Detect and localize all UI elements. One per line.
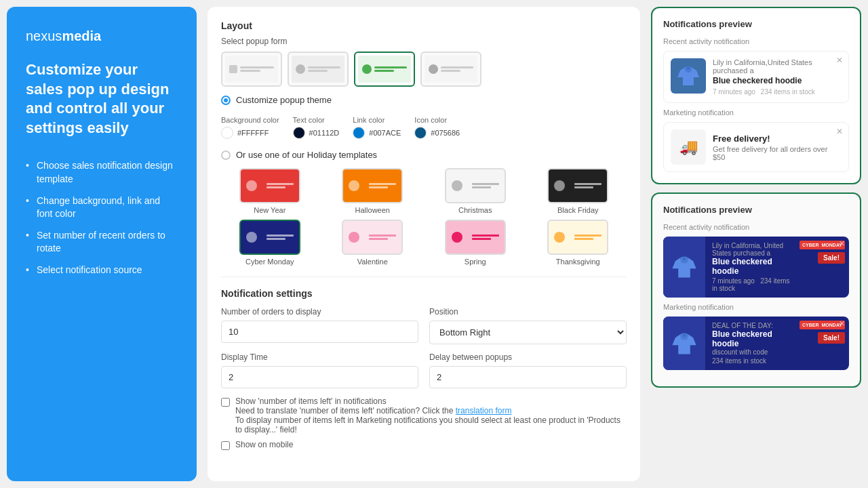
delay-input[interactable]: [429, 366, 627, 388]
preview1-recent-content: Lily in California,United States purchas…: [713, 58, 842, 96]
template-new-year[interactable]: New Year: [221, 168, 319, 214]
template-thanksgiving-label: Thanksgiving: [556, 258, 600, 266]
logo: nexusmedia: [26, 28, 178, 44]
template-valentine[interactable]: Valentine: [324, 220, 422, 266]
logo-bold: media: [62, 28, 101, 43]
template-christmas[interactable]: Christmas: [427, 168, 524, 214]
preview1-close-icon[interactable]: ✕: [836, 56, 843, 65]
link-color-swatch[interactable]: [353, 127, 365, 139]
preview2-marketing-content: DEAL OF THE DAY: Blue checkered hoodie d…: [705, 317, 800, 370]
text-color-value: #01112D: [309, 129, 340, 137]
delay-label: Delay between popups: [429, 352, 627, 362]
popup-form-1[interactable]: [221, 52, 282, 87]
template-cyber-monday-label: Cyber Monday: [245, 258, 294, 266]
popup-form-4[interactable]: [420, 52, 481, 87]
preview1-purchase-text: Lily in California,United States purchas…: [713, 58, 842, 75]
features-list: Choose sales notification design templat…: [26, 159, 178, 277]
notif-settings-title: Notification settings: [221, 288, 627, 299]
text-color-swatch[interactable]: [293, 127, 305, 139]
preview2-time: 7 minutes ago: [712, 277, 755, 285]
link-color-value: #007ACE: [369, 129, 401, 137]
position-select[interactable]: Bottom Right Bottom Left Top Right Top L…: [429, 321, 627, 344]
customize-theme-label: Customize popup theme: [236, 95, 332, 105]
right-panel: Notifications preview Recent activity no…: [651, 7, 861, 481]
items-left-label: Show 'number of items left' in notificat…: [235, 396, 387, 406]
discount-text: discount with code: [712, 348, 793, 356]
preview2-close-icon[interactable]: ✕: [839, 239, 845, 248]
position-label: Position: [429, 307, 627, 317]
preview-box-1: Notifications preview Recent activity no…: [651, 7, 861, 184]
delivery-truck-icon: 🚚: [671, 129, 706, 165]
holiday-radio[interactable]: [221, 150, 231, 160]
template-black-friday-label: Black Friday: [557, 206, 599, 214]
preview1-marketing-label: Marketing notification: [663, 108, 849, 117]
orders-position-row: Number of orders to display Position Bot…: [221, 307, 627, 344]
bg-color-swatch[interactable]: [221, 127, 233, 139]
text-color: Text color #01112D: [293, 116, 340, 139]
template-spring[interactable]: Spring: [427, 220, 524, 266]
feature-item: Choose sales notification design templat…: [26, 159, 178, 186]
popup-form-2[interactable]: [288, 52, 349, 87]
svg-point-0: [687, 67, 690, 70]
popup-forms: [221, 52, 627, 87]
display-time-label: Display Time: [221, 352, 418, 362]
feature-item: Change background, link and font color: [26, 195, 178, 221]
marketing-close-icon[interactable]: ✕: [839, 319, 845, 328]
delay-group: Delay between popups: [429, 352, 627, 388]
position-group: Position Bottom Right Bottom Left Top Ri…: [429, 307, 627, 344]
translation-form-link[interactable]: translation form: [456, 406, 512, 415]
preview1-recent-card: Lily in California,United States purchas…: [663, 51, 849, 103]
link-color: Link color #007ACE: [353, 116, 401, 139]
preview2-recent-content: Lily in California, United States purcha…: [705, 237, 800, 298]
template-thanksgiving[interactable]: Thanksgiving: [530, 220, 627, 266]
preview1-delivery-card: 🚚 Free delivery! Get free delivery for a…: [663, 122, 849, 172]
preview2-product-name: Blue checkered hoodie: [712, 257, 793, 276]
show-mobile-checkbox[interactable]: [221, 441, 230, 450]
svg-point-2: [683, 333, 686, 336]
preview1-time: 7 minutes ago: [713, 88, 755, 96]
sale-badge: Sale!: [818, 252, 845, 264]
icon-color-label: Icon color: [414, 116, 460, 124]
deal-label: DEAL OF THE DAY:: [712, 322, 793, 329]
customize-theme-option[interactable]: Customize popup theme: [221, 95, 627, 105]
display-time-input[interactable]: [221, 366, 418, 388]
template-halloween[interactable]: Halloween: [324, 168, 422, 214]
icon-color-swatch[interactable]: [414, 127, 427, 139]
items-left-checkbox[interactable]: [221, 398, 230, 407]
preview2-purchase-text: Lily in California, United States purcha…: [712, 242, 793, 257]
cyber-monday-badge: CYBER MONDAY: [800, 241, 845, 249]
theme-radio-group: Customize popup theme Background color #…: [221, 95, 627, 160]
preview2-recent-label: Recent activity notification: [663, 223, 849, 231]
items-left-text: Show 'number of items left' in notificat…: [235, 396, 627, 434]
popup-form-3[interactable]: [354, 52, 415, 87]
feature-item: Select notification source: [26, 264, 178, 277]
delivery-close-icon[interactable]: ✕: [836, 127, 843, 136]
preview2-recent-card: Lily in California, United States purcha…: [663, 237, 849, 298]
preview1-product-image: [671, 58, 706, 94]
bg-color-value: #FFFFFF: [237, 129, 269, 137]
holiday-label: Or use one of our Holiday templates: [236, 150, 377, 160]
marketing-product-name: Blue checkered hoodie: [712, 329, 793, 348]
delivery-title: Free delivery!: [713, 134, 842, 144]
bg-color: Background color #FFFFFF: [221, 116, 279, 139]
marketing-cyber-badge: CYBER MONDAY: [800, 321, 845, 329]
orders-label: Number of orders to display: [221, 307, 418, 317]
preview1-product-name: Blue checkered hoodie: [713, 76, 842, 85]
left-panel: nexusmedia Customize your sales pop up d…: [7, 7, 197, 481]
preview1-meta: 7 minutes ago 234 items in stock: [713, 88, 842, 96]
orders-input[interactable]: [221, 321, 418, 343]
items-left-note1: Need to translate 'number of items left'…: [235, 406, 453, 415]
preview2-marketing-image: [663, 317, 705, 370]
preview2-marketing-card: DEAL OF THE DAY: Blue checkered hoodie d…: [663, 317, 849, 370]
preview-box-2: Notifications preview Recent activity no…: [651, 192, 861, 388]
template-cyber-monday[interactable]: Cyber Monday: [221, 220, 319, 266]
notification-settings: Notification settings Number of orders t…: [221, 277, 627, 455]
customize-theme-radio[interactable]: [221, 96, 231, 105]
templates-grid: New Year Halloween Christmas: [221, 168, 627, 266]
feature-item: Set number of recent orders to rotate: [26, 229, 178, 256]
holiday-option[interactable]: Or use one of our Holiday templates: [221, 150, 627, 160]
layout-title: Layout: [221, 20, 627, 31]
items-left-row: Show 'number of items left' in notificat…: [221, 396, 627, 434]
template-black-friday[interactable]: Black Friday: [530, 168, 627, 214]
marketing-sale-badge: Sale!: [818, 332, 845, 344]
